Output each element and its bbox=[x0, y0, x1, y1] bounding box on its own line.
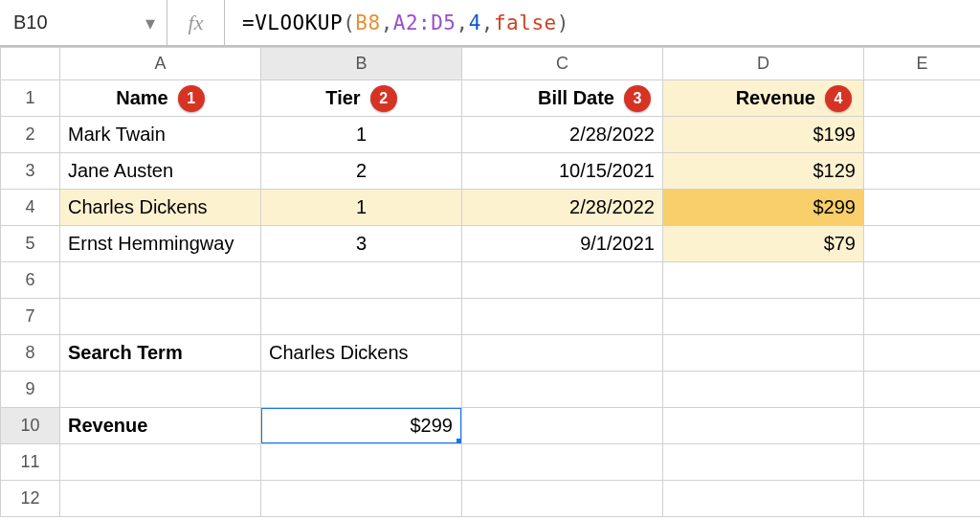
header-tier-label: Tier bbox=[325, 87, 360, 109]
cell-E9[interactable] bbox=[864, 372, 981, 408]
cell-D2[interactable]: $199 bbox=[663, 117, 864, 153]
col-header-D[interactable]: D bbox=[663, 48, 864, 80]
cell-D5[interactable]: $79 bbox=[663, 226, 864, 262]
row-header-2[interactable]: 2 bbox=[1, 117, 60, 153]
cell-E4[interactable] bbox=[864, 190, 981, 226]
badge-2-icon: 2 bbox=[370, 85, 397, 112]
badge-4-icon: 4 bbox=[825, 85, 852, 112]
cell-E10[interactable] bbox=[864, 408, 981, 444]
cell-C9[interactable] bbox=[462, 372, 663, 408]
cell-B8[interactable]: Charles Dickens bbox=[261, 335, 462, 372]
row-header-3[interactable]: 3 bbox=[1, 153, 60, 190]
row-header-12[interactable]: 12 bbox=[1, 481, 60, 517]
cell-D3[interactable]: $129 bbox=[663, 153, 864, 190]
cell-C3[interactable]: 10/15/2021 bbox=[462, 153, 663, 190]
cell-C6[interactable] bbox=[462, 262, 663, 299]
cell-B10-selected[interactable]: $299 bbox=[261, 408, 462, 444]
cell-E8[interactable] bbox=[864, 335, 981, 372]
table-row: 2 Mark Twain 1 2/28/2022 $199 bbox=[1, 117, 981, 153]
row-header-10[interactable]: 10 bbox=[1, 408, 60, 444]
row-header-4[interactable]: 4 bbox=[1, 190, 60, 226]
chevron-down-icon[interactable]: ▾ bbox=[145, 11, 155, 34]
cell-D9[interactable] bbox=[663, 372, 864, 408]
cell-B4[interactable]: 1 bbox=[261, 190, 462, 226]
cell-C2[interactable]: 2/28/2022 bbox=[462, 117, 663, 153]
select-all-corner[interactable] bbox=[1, 48, 60, 80]
cell-E12[interactable] bbox=[864, 481, 981, 517]
cell-B3[interactable]: 2 bbox=[261, 153, 462, 190]
cell-E7[interactable] bbox=[864, 299, 981, 335]
fill-handle[interactable] bbox=[457, 439, 462, 444]
cell-C1[interactable]: Bill Date 3 bbox=[462, 80, 663, 117]
cell-D7[interactable] bbox=[663, 299, 864, 335]
table-row: 4 Charles Dickens 1 2/28/2022 $299 bbox=[1, 190, 981, 226]
formula-input[interactable]: =VLOOKUP(B8,A2:D5,4,false) bbox=[225, 11, 980, 34]
cell-C5[interactable]: 9/1/2021 bbox=[462, 226, 663, 262]
row-header-1[interactable]: 1 bbox=[1, 80, 60, 117]
col-header-E[interactable]: E bbox=[864, 48, 981, 80]
cell-B2[interactable]: 1 bbox=[261, 117, 462, 153]
spreadsheet-grid: A B C D E 1 Name 1 Tier 2 bbox=[0, 46, 980, 517]
formula-bar: B10 ▾ fx =VLOOKUP(B8,A2:D5,4,false) bbox=[0, 0, 980, 46]
cell-C8[interactable] bbox=[462, 335, 663, 372]
cell-A10[interactable]: Revenue bbox=[60, 408, 261, 444]
cell-E1[interactable] bbox=[864, 80, 981, 117]
cell-A4[interactable]: Charles Dickens bbox=[60, 190, 261, 226]
table-row: 10 Revenue $299 bbox=[1, 408, 981, 444]
cell-C10[interactable] bbox=[462, 408, 663, 444]
cell-E3[interactable] bbox=[864, 153, 981, 190]
header-billdate-label: Bill Date bbox=[538, 87, 614, 109]
cell-B6[interactable] bbox=[261, 262, 462, 299]
cell-E11[interactable] bbox=[864, 444, 981, 481]
cell-C4[interactable]: 2/28/2022 bbox=[462, 190, 663, 226]
table-row: 8 Search Term Charles Dickens bbox=[1, 335, 981, 372]
cell-B1[interactable]: Tier 2 bbox=[261, 80, 462, 117]
cell-B5[interactable]: 3 bbox=[261, 226, 462, 262]
cell-C12[interactable] bbox=[462, 481, 663, 517]
cell-D12[interactable] bbox=[663, 481, 864, 517]
cell-A3[interactable]: Jane Austen bbox=[60, 153, 261, 190]
name-box-value: B10 bbox=[13, 11, 48, 34]
cell-A5[interactable]: Ernst Hemmingway bbox=[60, 226, 261, 262]
col-header-C[interactable]: C bbox=[462, 48, 663, 80]
cell-E6[interactable] bbox=[864, 262, 981, 299]
cell-A2[interactable]: Mark Twain bbox=[60, 117, 261, 153]
cell-B9[interactable] bbox=[261, 372, 462, 408]
row-header-5[interactable]: 5 bbox=[1, 226, 60, 262]
cell-C7[interactable] bbox=[462, 299, 663, 335]
cell-E2[interactable] bbox=[864, 117, 981, 153]
cell-A11[interactable] bbox=[60, 444, 261, 481]
row-header-7[interactable]: 7 bbox=[1, 299, 60, 335]
header-revenue-label: Revenue bbox=[736, 87, 815, 109]
cell-B7[interactable] bbox=[261, 299, 462, 335]
cell-D11[interactable] bbox=[663, 444, 864, 481]
row-header-6[interactable]: 6 bbox=[1, 262, 60, 299]
table-row: 1 Name 1 Tier 2 Bill Date 3 bbox=[1, 80, 981, 117]
cell-A7[interactable] bbox=[60, 299, 261, 335]
cell-B10-value: $299 bbox=[411, 415, 454, 437]
cell-D10[interactable] bbox=[663, 408, 864, 444]
row-header-11[interactable]: 11 bbox=[1, 444, 60, 481]
cell-B12[interactable] bbox=[261, 481, 462, 517]
col-header-A[interactable]: A bbox=[60, 48, 261, 80]
cell-D4[interactable]: $299 bbox=[663, 190, 864, 226]
row-header-8[interactable]: 8 bbox=[1, 335, 60, 372]
name-box[interactable]: B10 ▾ bbox=[0, 0, 167, 45]
row-header-9[interactable]: 9 bbox=[1, 372, 60, 408]
cell-A8[interactable]: Search Term bbox=[60, 335, 261, 372]
cell-C11[interactable] bbox=[462, 444, 663, 481]
badge-3-icon: 3 bbox=[624, 85, 651, 112]
column-header-row: A B C D E bbox=[1, 48, 981, 80]
cell-B11[interactable] bbox=[261, 444, 462, 481]
cell-A1[interactable]: Name 1 bbox=[60, 80, 261, 117]
fx-icon[interactable]: fx bbox=[167, 0, 225, 45]
header-name-label: Name bbox=[116, 87, 167, 109]
cell-A9[interactable] bbox=[60, 372, 261, 408]
cell-E5[interactable] bbox=[864, 226, 981, 262]
cell-D1[interactable]: Revenue 4 bbox=[663, 80, 864, 117]
cell-A6[interactable] bbox=[60, 262, 261, 299]
cell-A12[interactable] bbox=[60, 481, 261, 517]
col-header-B[interactable]: B bbox=[261, 48, 462, 80]
cell-D8[interactable] bbox=[663, 335, 864, 372]
cell-D6[interactable] bbox=[663, 262, 864, 299]
